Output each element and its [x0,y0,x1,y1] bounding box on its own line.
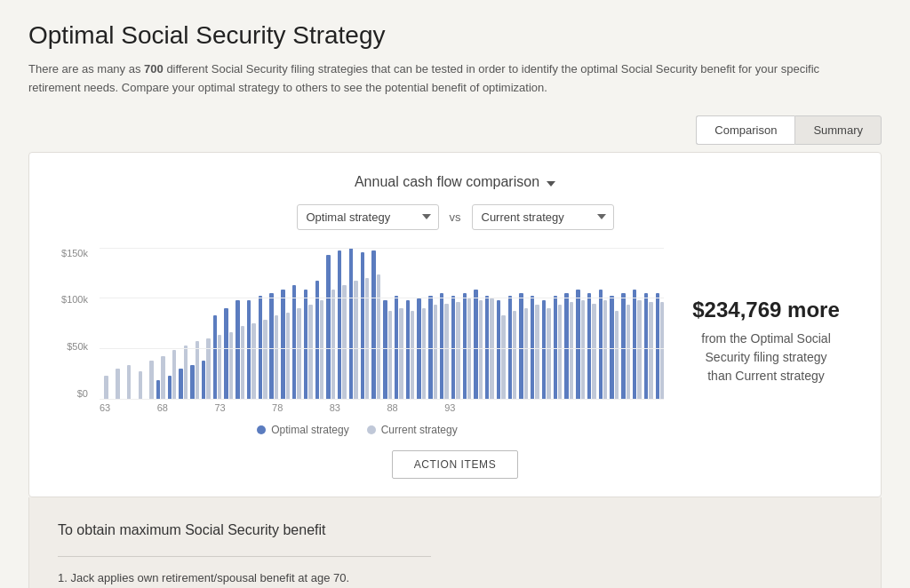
bar-current [501,315,505,399]
legend-optimal: Optimal strategy [257,424,348,436]
bar-current [467,298,471,398]
bar-group [554,296,563,399]
bar-current [490,298,493,398]
bar-current [229,332,233,399]
bar-group [269,293,278,399]
bar-group [406,300,415,399]
x-axis-label: 83 [330,402,340,413]
current-strategy-select[interactable]: Current strategy [472,204,614,230]
bar-current [184,346,188,399]
bar-optimal [417,298,420,398]
tab-summary[interactable]: Summary [794,115,882,145]
bar-optimal [179,369,182,399]
bar-current [241,326,244,399]
bar-group [292,285,301,399]
bar-optimal [564,293,568,399]
bar-group [190,341,199,399]
bar-group [576,290,585,398]
bar-optimal [292,285,296,399]
bar-optimal [315,281,319,399]
bar-current [411,311,414,399]
bar-optimal [428,296,432,399]
x-axis: 63687378838893 [51,402,664,413]
bar-optimal [349,248,353,399]
bar-optimal [451,296,455,399]
tab-row: Comparison Summary [28,115,882,145]
bottom-section: To obtain maximum Social Security benefi… [28,497,882,588]
tab-comparison[interactable]: Comparison [696,115,794,145]
bar-group [451,296,460,399]
bar-current [331,290,335,398]
chevron-down-icon[interactable] [547,175,555,189]
bar-optimal [247,300,251,399]
bar-optimal [656,293,659,399]
bar-current [172,350,176,398]
bar-optimal [406,300,410,399]
bar-group [621,293,630,399]
bar-current [603,300,607,399]
y-axis-labels: $150k $100k $50k $0 [51,248,95,399]
chart-title: Annual cash flow comparison [355,174,539,190]
y-label-50k: $50k [51,341,88,352]
bar-group [361,252,370,399]
bar-current [161,356,164,399]
bar-optimal [395,296,398,399]
bar-group [281,290,290,398]
bar-group [564,293,573,399]
action-list: 1. Jack applies own retirement/spousal b… [58,556,431,588]
bar-group [111,369,120,399]
action-items-button[interactable]: ACTION ITEMS [392,450,519,479]
bar-group [259,296,267,399]
savings-description: from the Optimal Social Security filing … [701,330,831,385]
legend-optimal-label: Optimal strategy [271,424,348,436]
bar-optimal [519,293,523,399]
bar-group [338,250,347,399]
x-axis-label: 63 [100,402,110,413]
bar-optimal [326,255,330,399]
bar-group [508,296,517,399]
bar-optimal [508,296,512,399]
bar-group [315,281,324,399]
bar-group [213,315,222,399]
bar-group [100,376,108,399]
bar-current [513,311,516,399]
bar-group [304,290,313,398]
bar-group [610,296,619,399]
bar-group [656,293,665,399]
bar-current [308,305,312,398]
bar-optimal [576,290,579,398]
grid-line [100,399,664,400]
bar-group [497,300,506,399]
bar-group [145,361,154,399]
bar-optimal [587,293,591,399]
bar-optimal [610,296,613,399]
bar-group [542,300,551,399]
bar-current [637,300,641,399]
bar-current [377,274,380,398]
bar-current [592,304,595,399]
chart-area: $150k $100k $50k $0 63687378838893 Optim… [51,248,859,436]
bar-current [581,300,585,399]
bar-group [395,296,403,399]
bar-current [444,304,448,399]
bar-current [275,315,278,399]
grid-line [100,248,664,249]
bar-current [535,305,539,398]
bar-current [149,361,153,399]
bar-current [139,371,142,399]
bar-current [116,369,119,399]
bar-optimal [621,293,625,399]
bar-current [251,323,255,399]
action-items-row: ACTION ITEMS [51,450,859,479]
bar-group [599,290,608,398]
bar-current [354,281,357,399]
bar-group [179,346,188,399]
y-label-150k: $150k [51,248,88,258]
bar-optimal [485,296,489,399]
bar-current [320,300,323,399]
bar-group [519,293,528,399]
optimal-strategy-select[interactable]: Optimal strategy [297,204,439,230]
bar-group [371,250,380,399]
bar-chart-container: $150k $100k $50k $0 63687378838893 Optim… [51,248,664,436]
bar-current [660,302,664,399]
